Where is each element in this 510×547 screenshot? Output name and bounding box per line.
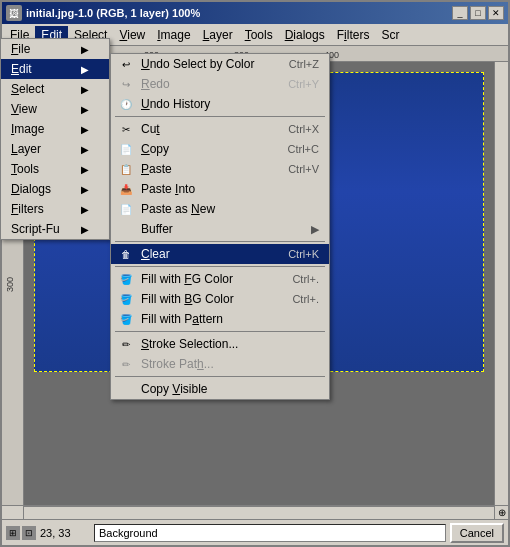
cut-icon: ✂: [117, 121, 135, 137]
left-menu-layer[interactable]: Layer ▶: [1, 139, 109, 159]
undo-icon: ↩: [117, 56, 135, 72]
titlebar: 🖼 initial.jpg-1.0 (RGB, 1 layer) 100% _ …: [2, 2, 508, 24]
status-icon1: ⊞: [6, 526, 20, 540]
tools-arrow: ▶: [81, 164, 89, 175]
edit-redo[interactable]: ↪ Redo Ctrl+Y: [111, 74, 329, 94]
left-menu-filters[interactable]: Filters ▶: [1, 199, 109, 219]
edit-paste[interactable]: 📋 Paste Ctrl+V: [111, 159, 329, 179]
image-arrow: ▶: [81, 124, 89, 135]
history-icon: 🕐: [117, 96, 135, 112]
filters-arrow: ▶: [81, 204, 89, 215]
stroke-sel-icon: ✏: [117, 336, 135, 352]
clear-icon: 🗑: [117, 246, 135, 262]
paste-icon: 📋: [117, 161, 135, 177]
status-coordinates: 23, 33: [40, 527, 90, 539]
menu-image[interactable]: Image: [151, 26, 196, 44]
edit-clear[interactable]: 🗑 Clear Ctrl+K: [111, 244, 329, 264]
menu-layer[interactable]: Layer: [197, 26, 239, 44]
menu-scr[interactable]: Scr: [375, 26, 405, 44]
file-arrow: ▶: [81, 44, 89, 55]
paste-new-icon: 📄: [117, 201, 135, 217]
sep2: [115, 241, 325, 242]
sep1: [115, 116, 325, 117]
edit-undo-select[interactable]: ↩ Undo Select by Color Ctrl+Z: [111, 54, 329, 74]
edit-copy[interactable]: 📄 Copy Ctrl+C: [111, 139, 329, 159]
scroll-corner-right: ⊕: [494, 506, 508, 519]
fill-fg-icon: 🪣: [117, 271, 135, 287]
window-title: initial.jpg-1.0 (RGB, 1 layer) 100%: [26, 7, 200, 19]
paste-into-icon: 📥: [117, 181, 135, 197]
buffer-icon: [117, 221, 135, 237]
svg-text:300: 300: [5, 277, 15, 292]
edit-stroke-path[interactable]: ✏ Stroke Path...: [111, 354, 329, 374]
main-window: 🖼 initial.jpg-1.0 (RGB, 1 layer) 100% _ …: [0, 0, 510, 547]
edit-fill-fg[interactable]: 🪣 Fill with FG Color Ctrl+.: [111, 269, 329, 289]
horizontal-scrollbar[interactable]: [24, 506, 494, 520]
menu-tools[interactable]: Tools: [239, 26, 279, 44]
edit-fill-bg[interactable]: 🪣 Fill with BG Color Ctrl+.: [111, 289, 329, 309]
stroke-path-icon: ✏: [117, 356, 135, 372]
edit-fill-pattern[interactable]: 🪣 Fill with Pattern: [111, 309, 329, 329]
left-menu-edit[interactable]: Edit ▶: [1, 59, 109, 79]
menu-filters[interactable]: Filters: [331, 26, 376, 44]
edit-arrow: ▶: [81, 64, 89, 75]
edit-paste-into[interactable]: 📥 Paste Into: [111, 179, 329, 199]
cancel-button[interactable]: Cancel: [450, 523, 504, 543]
fill-bg-icon: 🪣: [117, 291, 135, 307]
edit-stroke-selection[interactable]: ✏ Stroke Selection...: [111, 334, 329, 354]
redo-icon: ↪: [117, 76, 135, 92]
scrollbar-row: ⊕: [2, 505, 508, 519]
scriptfu-arrow: ▶: [81, 224, 89, 235]
sep3: [115, 266, 325, 267]
maximize-button[interactable]: □: [470, 6, 486, 20]
fill-pattern-icon: 🪣: [117, 311, 135, 327]
status-icons: ⊞ ⊡: [6, 526, 36, 540]
dropdown-container: File ▶ Edit ▶ Select ▶ View ▶ Image ▶ La…: [0, 38, 110, 240]
menu-dialogs[interactable]: Dialogs: [279, 26, 331, 44]
copy-visible-icon: [117, 381, 135, 397]
left-menu-dialogs[interactable]: Dialogs ▶: [1, 179, 109, 199]
edit-submenu: ↩ Undo Select by Color Ctrl+Z ↪ Redo Ctr…: [110, 53, 330, 400]
vertical-scrollbar[interactable]: [494, 62, 508, 505]
left-menu-panel: File ▶ Edit ▶ Select ▶ View ▶ Image ▶ La…: [0, 38, 110, 240]
edit-cut[interactable]: ✂ Cut Ctrl+X: [111, 119, 329, 139]
left-menu-scriptfu[interactable]: Script-Fu ▶: [1, 219, 109, 239]
left-menu-tools[interactable]: Tools ▶: [1, 159, 109, 179]
left-menu-image[interactable]: Image ▶: [1, 119, 109, 139]
left-menu-view[interactable]: View ▶: [1, 99, 109, 119]
select-arrow: ▶: [81, 84, 89, 95]
titlebar-buttons: _ □ ✕: [452, 6, 504, 20]
left-menu-select[interactable]: Select ▶: [1, 79, 109, 99]
app-icon: 🖼: [6, 5, 22, 21]
menu-view[interactable]: View: [113, 26, 151, 44]
dialogs-arrow: ▶: [81, 184, 89, 195]
left-menu-file[interactable]: File ▶: [1, 39, 109, 59]
statusbar: ⊞ ⊡ 23, 33 Background Cancel: [2, 519, 508, 545]
sep5: [115, 376, 325, 377]
edit-undo-history[interactable]: 🕐 Undo History: [111, 94, 329, 114]
status-layer: Background: [94, 524, 446, 542]
titlebar-left: 🖼 initial.jpg-1.0 (RGB, 1 layer) 100%: [6, 5, 200, 21]
view-arrow: ▶: [81, 104, 89, 115]
edit-buffer[interactable]: Buffer ▶: [111, 219, 329, 239]
minimize-button[interactable]: _: [452, 6, 468, 20]
close-button[interactable]: ✕: [488, 6, 504, 20]
sep4: [115, 331, 325, 332]
status-icon2: ⊡: [22, 526, 36, 540]
scroll-corner: [2, 506, 24, 519]
edit-copy-visible[interactable]: Copy Visible: [111, 379, 329, 399]
layer-arrow: ▶: [81, 144, 89, 155]
edit-paste-new[interactable]: 📄 Paste as New: [111, 199, 329, 219]
copy-icon: 📄: [117, 141, 135, 157]
